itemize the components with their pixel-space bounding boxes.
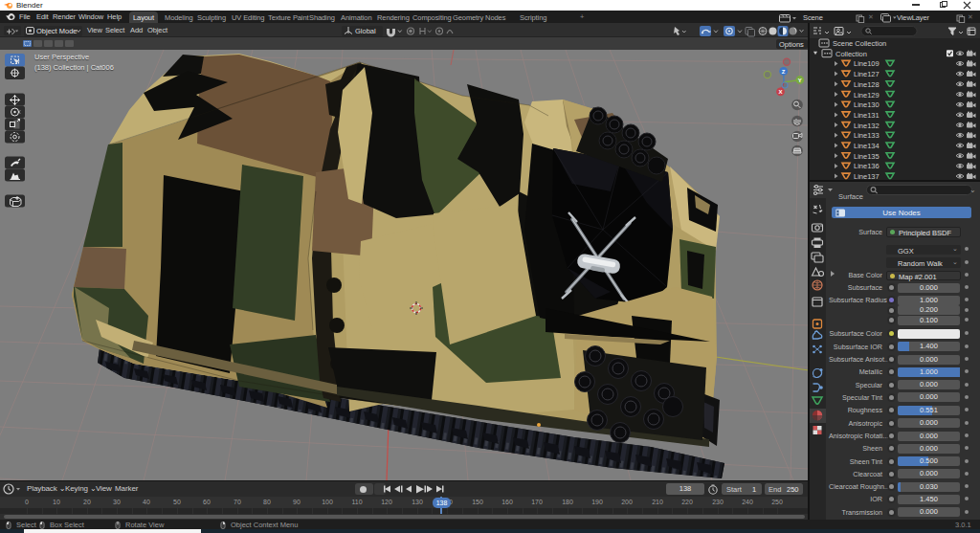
svg-text:Line128: Line128 (854, 80, 880, 89)
svg-text:Scene Collection: Scene Collection (833, 39, 886, 48)
svg-text:Line135: Line135 (854, 152, 880, 161)
svg-text:Line134: Line134 (854, 142, 880, 150)
svg-text:Line131: Line131 (854, 111, 880, 120)
svg-text:Line136: Line136 (854, 162, 880, 170)
svg-text:Line133: Line133 (854, 131, 880, 140)
svg-text:Y: Y (798, 78, 802, 83)
svg-text:X: X (779, 89, 783, 95)
svg-text:Line127: Line127 (854, 70, 880, 78)
svg-text:Line132: Line132 (854, 122, 880, 130)
svg-text:Collection: Collection (835, 50, 867, 58)
svg-text:Z: Z (782, 69, 786, 75)
svg-text:Line129: Line129 (854, 91, 880, 100)
svg-text:Line130: Line130 (854, 100, 880, 109)
svg-text:Line109: Line109 (854, 59, 880, 68)
